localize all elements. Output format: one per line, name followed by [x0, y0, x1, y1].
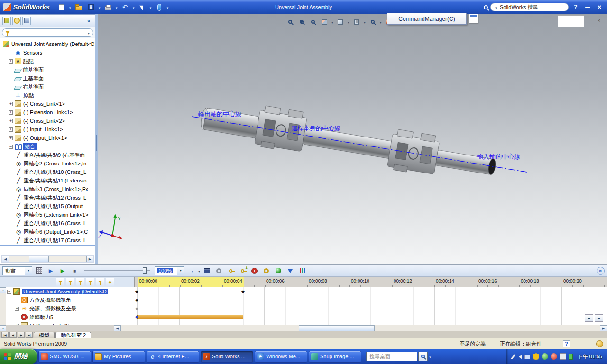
graphics-viewport[interactable]: — ×: [98, 14, 607, 264]
scroll-thumb[interactable]: [29, 256, 49, 262]
motion-tree-item-lights-cameras[interactable]: 光源、攝影機及全景: [6, 304, 134, 313]
new-document-button[interactable]: [56, 2, 67, 12]
motion-tree-item-cross-link[interactable]: (-) Cross_Link<1>: [6, 321, 134, 325]
timeline-zoom-dropdown-arrow[interactable]: [177, 267, 184, 275]
panel-expand-chevron[interactable]: »: [84, 18, 93, 24]
tree-item-cross-link1[interactable]: (-) Cross_Link<1>: [1, 100, 94, 108]
help-button[interactable]: [571, 3, 580, 11]
scroll-right-button[interactable]: ▶: [600, 325, 607, 331]
undo-dropdown-arrow[interactable]: [132, 4, 135, 10]
next-tab-button[interactable]: [18, 332, 25, 338]
motion-tree-item-assembly[interactable]: Unversal Joint Assembly (Default<D: [6, 287, 134, 296]
slider-thumb[interactable]: [143, 267, 147, 274]
tree-item-input-link1[interactable]: (-) Input_Link<1>: [1, 125, 94, 134]
tree-item-mate[interactable]: 同軸心2 (Cross_Link<1>,In: [1, 159, 94, 168]
expand-icon[interactable]: [9, 136, 13, 140]
scroll-down-button[interactable]: ▼: [0, 325, 6, 331]
results-plots-button[interactable]: [297, 266, 307, 276]
print-button[interactable]: [103, 2, 113, 12]
network-tray-icon[interactable]: [524, 355, 530, 359]
expand-icon[interactable]: [9, 59, 13, 64]
tablet-pen-tray-icon[interactable]: [511, 354, 516, 359]
close-button[interactable]: [595, 3, 604, 11]
taskbar-task-smc[interactable]: SMC WUSB-...: [38, 351, 91, 363]
filter-driving-button[interactable]: [76, 278, 84, 286]
desktop-search-dropdown-arrow[interactable]: [429, 354, 432, 359]
tab-motion-study-2[interactable]: 動作研究 2: [55, 332, 91, 338]
expand-icon[interactable]: [15, 324, 19, 325]
search-icon[interactable]: [484, 5, 488, 9]
tree-item-mate[interactable]: 重合/共線/共點17 (Cross_L: [1, 236, 94, 245]
animation-wizard-button[interactable]: [214, 266, 224, 276]
contact-button[interactable]: [273, 266, 284, 276]
messenger-tray-icon[interactable]: [542, 353, 548, 360]
tree-item-mate[interactable]: 重合/共線/共點9 (右基準面: [1, 151, 94, 159]
playback-mode-dropdown-arrow[interactable]: [198, 268, 201, 273]
tree-item-mates[interactable]: 結合: [1, 142, 94, 151]
select-dropdown-arrow[interactable]: [149, 4, 152, 10]
open-button[interactable]: [74, 2, 84, 12]
tree-item-mate[interactable]: 重合/共線/共點11 (Extensio: [1, 176, 94, 185]
panel-split-line[interactable]: [0, 245, 95, 246]
timeline-grid[interactable]: [134, 287, 607, 325]
tree-item-sensors[interactable]: Sensors: [1, 48, 94, 57]
tree-item-origin[interactable]: 原點: [1, 91, 94, 100]
key-diamond-start[interactable]: [135, 289, 138, 294]
expand-icon[interactable]: [15, 307, 19, 311]
timeline-ruler[interactable]: 00:00:00 00:00:02 00:00:04 00:00:06 00:0…: [134, 277, 607, 287]
motor-duration-bar[interactable]: [137, 315, 243, 319]
battery-tray-icon[interactable]: [569, 354, 573, 360]
undo-button[interactable]: [120, 2, 130, 12]
autokey-button[interactable]: [226, 266, 236, 276]
desktop-search-button[interactable]: [418, 352, 428, 361]
universal-joint-model[interactable]: [98, 14, 607, 264]
timeline-zoom-select[interactable]: 100%: [155, 266, 184, 275]
key-diamond-camera[interactable]: [135, 298, 138, 302]
save-animation-button[interactable]: [202, 266, 212, 276]
timeline-zoom-in-button[interactable]: [585, 314, 593, 322]
stop-button[interactable]: [69, 266, 80, 276]
tree-item-mate[interactable]: 重合/共線/共點12 (Cross_L: [1, 193, 94, 202]
panel-horizontal-scrollbar[interactable]: ◀ ▶: [1, 255, 94, 263]
scroll-thumb[interactable]: [299, 325, 375, 331]
collapse-motionmanager-button[interactable]: [597, 267, 605, 275]
taskbar-task-solidworks[interactable]: Solid Works ...: [201, 351, 253, 363]
alert-tray-icon[interactable]: [551, 353, 557, 360]
tree-item-mate[interactable]: 重合/共線/共點15 (Output_: [1, 202, 94, 210]
toolbar-window-icon[interactable]: [469, 14, 478, 23]
collapse-icon[interactable]: [7, 290, 11, 294]
expand-icon[interactable]: [9, 110, 13, 115]
output-shaft-centerline-label[interactable]: 輸出軸的中心線: [198, 110, 241, 118]
input-method-tray-icon[interactable]: [560, 353, 566, 360]
study-type-dropdown-arrow[interactable]: [25, 267, 32, 275]
key-diamond-motor[interactable]: [135, 314, 138, 319]
tree-item-extension-link1[interactable]: (-) Extension Link<1>: [1, 108, 94, 117]
motion-tree-item-rotary-motor[interactable]: 旋轉動力5: [6, 313, 134, 321]
gravity-button[interactable]: [285, 266, 295, 276]
tree-item-mate[interactable]: 同軸心6 (Output_Link<1>,C: [1, 228, 94, 236]
motor-button[interactable]: [249, 266, 260, 276]
filter-all-button[interactable]: [56, 278, 64, 286]
taskbar-task-internet-explorer-group[interactable]: 4 Internet E...: [147, 351, 199, 363]
save-button[interactable]: [86, 2, 96, 12]
tree-item-annotations[interactable]: 註記: [1, 57, 94, 65]
link-body-centerline-label[interactable]: 運桿本身的中心線: [291, 124, 340, 133]
study-type-select[interactable]: 動畫: [2, 266, 32, 275]
quick-tool-dropdown-arrow[interactable]: [166, 4, 169, 10]
scroll-right-button[interactable]: ▶: [86, 256, 93, 262]
tree-item-mate[interactable]: 同軸心3 (Cross_Link<1>,Ex: [1, 185, 94, 193]
taskbar-task-my-pictures[interactable]: My Pictures: [92, 351, 145, 363]
add-key-button[interactable]: [238, 266, 248, 276]
quick-tips-icon[interactable]: [596, 340, 603, 347]
input-shaft-centerline-label[interactable]: 輸入軸的中心線: [477, 153, 520, 161]
minimize-button[interactable]: [583, 3, 592, 11]
previous-tab-button[interactable]: [9, 332, 17, 338]
play-button[interactable]: [57, 266, 68, 276]
shaft-assembly[interactable]: [198, 96, 499, 186]
filter-dropdown-arrow[interactable]: [87, 30, 90, 36]
volume-tray-icon[interactable]: [516, 355, 522, 359]
taskbar-clock[interactable]: 下午 01:55: [577, 353, 602, 360]
key-properties-button[interactable]: [106, 278, 114, 286]
tree-item-top-plane[interactable]: 上基準面: [1, 74, 94, 82]
desktop-search-input[interactable]: 搜尋桌面: [366, 352, 417, 361]
